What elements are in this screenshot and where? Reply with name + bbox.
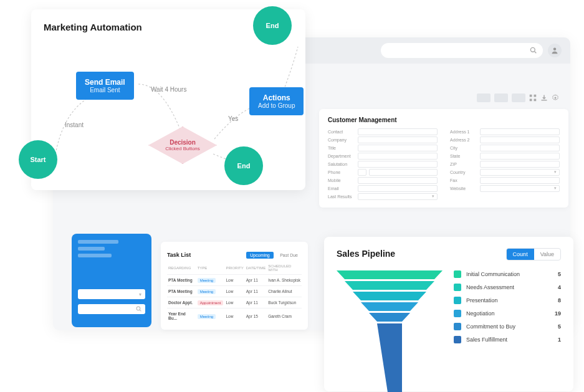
legend-value: 8 — [548, 297, 561, 304]
grid-icon[interactable] — [529, 94, 537, 102]
legend-swatch — [454, 310, 461, 317]
phone-prefix-input[interactable] — [358, 169, 366, 176]
search-input[interactable] — [381, 43, 543, 58]
sidebar-card: ▾ — [72, 234, 151, 327]
customer-management-panel: Customer Management ContactAddress 1Comp… — [319, 109, 568, 208]
field-label: Title — [328, 146, 355, 150]
column-header: TYPE — [196, 262, 225, 275]
field-label: Company — [328, 138, 355, 142]
form-row: Mobile — [328, 177, 438, 184]
title-input[interactable] — [358, 145, 438, 151]
type-badge: Meeting — [198, 314, 216, 319]
edge-label-yes: Yes — [228, 115, 238, 122]
form-row: Phone — [328, 169, 438, 176]
node-send-email[interactable]: Send Email Email Sent — [76, 72, 134, 100]
table-row[interactable]: Year End Bu...MeetingLowApr 15Gareth Cra… — [167, 308, 302, 324]
legend-value: 5 — [548, 271, 561, 277]
company-input[interactable] — [358, 136, 438, 143]
form-row: Email — [328, 185, 438, 192]
field-label: Email — [328, 186, 355, 191]
last-results-input[interactable] — [358, 193, 438, 200]
legend-label: Sales Fulfillment — [466, 337, 548, 343]
svg-point-7 — [555, 97, 557, 99]
legend-row: Negotiation19 — [454, 310, 561, 317]
toolbar — [477, 93, 559, 102]
svg-line-9 — [140, 310, 141, 311]
toggle-value[interactable]: Value — [534, 249, 560, 260]
avatar[interactable] — [548, 44, 562, 57]
legend-swatch — [454, 284, 461, 291]
svg-rect-6 — [534, 99, 537, 102]
form-row: Country — [450, 169, 560, 176]
legend-label: Commitment to Buy — [466, 323, 548, 330]
toolbar-segment[interactable] — [494, 93, 508, 102]
field-label: ZIP — [450, 162, 477, 166]
search-input-small[interactable] — [78, 304, 145, 314]
toolbar-segment[interactable] — [477, 93, 491, 102]
funnel-segment — [361, 302, 418, 311]
column-header: PRIORITY — [224, 262, 244, 275]
table-row[interactable]: PTA MeetingMeetingLowApr 11Ivan A. Sheko… — [167, 275, 302, 286]
legend-label: Negotiation — [466, 310, 548, 317]
table-row[interactable]: Doctor Appt.AppointmentLowApr 11Buck Tur… — [167, 297, 302, 308]
node-subtitle: Add to Group — [258, 102, 295, 109]
table-row[interactable]: PTA MeetingMeetingLowApr 11Charlie Allnu… — [167, 286, 302, 297]
form-row: City — [450, 145, 560, 151]
svg-rect-5 — [530, 99, 532, 102]
field-label: City — [450, 146, 477, 150]
contact-input[interactable] — [358, 128, 438, 135]
toolbar-segment[interactable] — [512, 93, 525, 102]
node-start[interactable]: Start — [19, 140, 57, 179]
form-row: Address 2 — [450, 136, 560, 143]
city-input[interactable] — [480, 145, 560, 151]
card-title: Sales Pipeline — [337, 249, 395, 259]
form-row: Salutation — [328, 161, 438, 168]
svg-rect-4 — [534, 95, 537, 97]
funnel-segment — [337, 270, 443, 279]
panel-title: Customer Management — [328, 117, 560, 123]
funnel-chart — [337, 270, 443, 389]
tab-upcoming[interactable]: Upcoming — [246, 252, 274, 259]
website-input[interactable] — [480, 185, 560, 192]
svg-rect-3 — [530, 95, 532, 97]
panel-title: Task List — [167, 252, 191, 258]
gear-icon[interactable] — [552, 94, 559, 102]
svg-point-2 — [553, 48, 557, 51]
form-row: Company — [328, 136, 438, 143]
form-row: Address 1 — [450, 128, 560, 135]
svg-line-1 — [535, 51, 537, 53]
state-input[interactable] — [480, 153, 560, 160]
download-icon[interactable] — [540, 94, 548, 102]
toggle-count[interactable]: Count — [507, 249, 534, 260]
phone-input[interactable] — [369, 169, 438, 176]
edge-label-wait: Wait 4 Hours — [151, 86, 186, 93]
dropdown-input[interactable]: ▾ — [78, 289, 145, 299]
field-label: Last Results — [328, 194, 355, 199]
legend-row: Presentation8 — [454, 297, 561, 304]
department-input[interactable] — [358, 153, 438, 160]
tab-pastdue[interactable]: Past Due — [276, 252, 302, 259]
node-end[interactable]: End — [224, 146, 263, 185]
legend-swatch — [454, 297, 461, 304]
field-label: State — [450, 154, 477, 158]
legend-label: Needs Assessment — [466, 284, 548, 290]
field-label: Address 1 — [450, 130, 477, 134]
legend-value: 19 — [548, 310, 561, 317]
node-decision[interactable]: Decision Clicked Buttons — [148, 127, 217, 164]
node-end[interactable]: End — [253, 6, 292, 45]
form-row: Contact — [328, 128, 438, 135]
address-1-input[interactable] — [480, 128, 560, 135]
country-input[interactable] — [480, 169, 560, 176]
legend-value: 5 — [548, 323, 561, 330]
mobile-input[interactable] — [358, 177, 438, 184]
salutation-input[interactable] — [358, 161, 438, 168]
address-2-input[interactable] — [480, 136, 560, 143]
zip-input[interactable] — [480, 161, 560, 168]
field-label: Mobile — [328, 178, 355, 183]
node-actions[interactable]: Actions Add to Group — [249, 87, 304, 115]
legend-row: Initial Communication5 — [454, 270, 561, 278]
email-input[interactable] — [358, 185, 438, 192]
node-subtitle: Clicked Buttons — [165, 146, 200, 151]
fax-input[interactable] — [480, 177, 560, 184]
field-label: Phone — [328, 170, 355, 174]
